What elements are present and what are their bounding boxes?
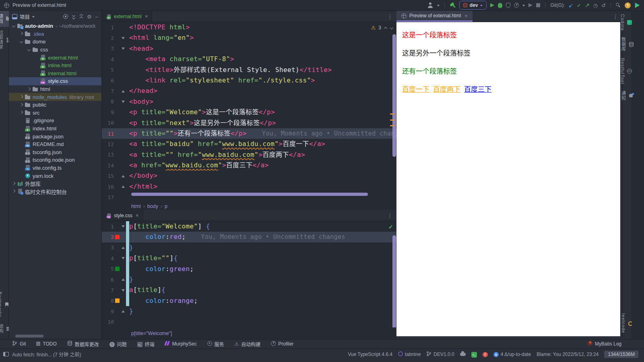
fold-up-icon[interactable] xyxy=(120,278,126,281)
run-button[interactable] xyxy=(490,3,494,7)
tree-item-html[interactable]: html xyxy=(9,85,101,93)
memory-indicator[interactable]: 1344/1536M xyxy=(604,351,638,358)
chevron-right-icon[interactable] xyxy=(19,94,25,100)
code-line[interactable]: 16</html> xyxy=(102,181,397,192)
css-code-editor[interactable]: 1p[title="Welcome"] {2 color:red;You, Mo… xyxy=(102,221,397,327)
error-stripe-mark[interactable] xyxy=(390,125,395,126)
color-swatch[interactable] xyxy=(115,298,120,303)
code-line[interactable]: 3<head> xyxy=(102,43,397,54)
tree-item-.gitignore[interactable]: .gitignore xyxy=(9,117,101,125)
html-editor-vertical-scrollbar[interactable] xyxy=(392,34,396,157)
code-line[interactable]: 5 color:green; xyxy=(102,264,397,274)
chevron-down-icon[interactable] xyxy=(19,39,25,45)
preview-link[interactable]: 百度三下 xyxy=(464,85,491,93)
code-line[interactable]: 15</body> xyxy=(102,171,397,181)
editor-options-icon[interactable]: ⋮ xyxy=(387,212,393,219)
profiler-caret-icon[interactable] xyxy=(522,5,525,8)
preview-link[interactable]: 百度两下 xyxy=(433,85,460,93)
breadcrumb-item[interactable]: p xyxy=(165,204,167,209)
fold-marker[interactable] xyxy=(122,278,125,281)
tree-item-README.md[interactable]: README.md xyxy=(9,140,101,148)
chevron-right-icon[interactable] xyxy=(11,189,17,194)
code-line[interactable]: 6} xyxy=(102,274,397,285)
css-editor-vertical-scrollbar[interactable] xyxy=(392,235,396,334)
tree-item-.idea[interactable]: .idea xyxy=(9,30,101,38)
color-swatch[interactable] xyxy=(115,235,120,239)
fold-up-icon[interactable] xyxy=(120,185,126,188)
debug-button[interactable] xyxy=(498,3,502,8)
fold-down-icon[interactable] xyxy=(120,289,126,292)
chevron-down-icon[interactable] xyxy=(11,23,17,29)
fold-marker[interactable] xyxy=(122,90,125,93)
code-line[interactable]: 13<a title="" href="www.baidu.com">百度两下<… xyxy=(102,150,397,160)
tab-preview[interactable]: Preview of external.html × xyxy=(396,11,473,22)
code-line[interactable]: 7a[title]{ xyxy=(102,285,397,295)
fold-marker[interactable] xyxy=(122,175,125,177)
fold-up-icon[interactable] xyxy=(120,90,126,93)
code-line[interactable]: 6 <link rel="stylesheet" href="./style.c… xyxy=(102,75,397,86)
code-line[interactable]: 1<!DOCTYPE html> xyxy=(102,22,397,33)
tool-window-button-MurphySec[interactable]: MurphySec xyxy=(165,341,197,347)
stripe-item-Bookmarks[interactable]: Bookmarks xyxy=(0,288,9,321)
error-status-indicator[interactable]: ! xyxy=(483,351,488,357)
code-line[interactable]: 12<a title="baidu" href="www.baidu.com">… xyxy=(102,139,397,149)
tool-window-button-服务[interactable]: 服务 xyxy=(207,341,224,348)
code-line[interactable]: 10<p title="next">这是另外一个段落标签</p> xyxy=(102,118,397,128)
fold-down-icon[interactable] xyxy=(120,37,126,39)
fold-up-icon[interactable] xyxy=(120,175,126,177)
rerun-button[interactable] xyxy=(528,3,533,7)
project-view-caret-icon[interactable] xyxy=(32,16,35,19)
project-horizontal-scrollbar[interactable] xyxy=(15,335,43,337)
code-line[interactable]: 3} xyxy=(102,243,397,253)
code-line[interactable]: 4p[title=""]{ xyxy=(102,253,397,263)
blame-indicator[interactable]: Blame: You 2022/5/12, 23:24 xyxy=(537,352,599,357)
chevron-right-icon[interactable] xyxy=(19,102,25,108)
tree-item-node_modules[interactable]: node_moduleslibrary root xyxy=(9,93,101,101)
search-everywhere-button[interactable] xyxy=(616,3,621,8)
fold-marker[interactable] xyxy=(122,225,125,228)
close-tab-icon[interactable]: × xyxy=(145,13,148,19)
tool-window-toggle-icon[interactable] xyxy=(3,352,9,356)
changes-indicator[interactable]: Δ4 Δ/up-to-date xyxy=(493,351,531,357)
html-code-editor[interactable]: 1<!DOCTYPE html>2<html lang="en">3<head>… xyxy=(102,22,397,203)
tree-item-external.html[interactable]: external.html xyxy=(9,53,101,62)
user-menu-caret-icon[interactable] xyxy=(437,5,440,8)
fold-marker[interactable] xyxy=(122,310,125,313)
tree-item-inline.html[interactable]: inline.html xyxy=(9,62,101,70)
tree-item-package.json[interactable]: package.json xyxy=(9,132,101,140)
close-tab-icon[interactable]: × xyxy=(136,212,139,218)
tool-window-button-问题[interactable]: !问题 xyxy=(109,341,127,348)
coverage-button[interactable] xyxy=(506,3,510,8)
fold-down-icon[interactable] xyxy=(120,257,126,259)
tree-item-style.css[interactable]: style.css xyxy=(9,77,101,85)
tree-item-vite.config.ts[interactable]: vite.config.ts xyxy=(9,164,101,172)
update-available-icon[interactable]: ↑ xyxy=(625,2,631,8)
git-push-button[interactable]: ↗ xyxy=(585,2,590,8)
stripe-item-数据库[interactable]: 数据库 xyxy=(620,34,634,55)
code-line[interactable]: 8 color:orange; xyxy=(102,296,397,306)
tab-style-css[interactable]: style.css × xyxy=(102,210,143,221)
expand-all-button[interactable] xyxy=(72,14,76,19)
stop-button[interactable] xyxy=(536,3,540,7)
tool-window-button-自动构建[interactable]: ⚠自动构建 xyxy=(235,341,261,348)
fold-marker[interactable] xyxy=(122,247,125,249)
fold-marker[interactable] xyxy=(122,289,125,292)
tree-item-css[interactable]: css xyxy=(9,46,101,54)
error-stripe-mark[interactable] xyxy=(390,113,395,115)
preview-options-icon[interactable]: ⋮ xyxy=(613,13,618,20)
project-settings-button[interactable]: ⚙ xyxy=(87,14,92,19)
stripe-item-通知[interactable]: 通知 xyxy=(620,88,634,104)
tool-window-button-Git[interactable]: Git xyxy=(12,341,26,347)
code-line[interactable]: 9<p title="Welcome">这是一个段落标签</p> xyxy=(102,107,397,117)
prev-problem-icon[interactable] xyxy=(384,26,387,29)
chevron-down-icon[interactable] xyxy=(27,47,32,53)
breadcrumb-item[interactable]: body xyxy=(147,204,158,209)
chevron-right-icon[interactable] xyxy=(27,86,32,92)
code-line[interactable]: 2 color:red;You, Moments ago • Uncommitt… xyxy=(102,232,397,242)
code-line[interactable]: 14<a href="www.baidu.com">百度三下</a> xyxy=(102,160,397,171)
css-breadcrumb-item[interactable]: p[title="Welcome"] xyxy=(131,331,172,336)
git-history-button[interactable]: ◷ xyxy=(593,3,598,8)
tool-window-button-数据库更改[interactable]: 数据库更改 xyxy=(67,341,99,348)
code-line[interactable]: 4 <meta charset="UTF-8"> xyxy=(102,54,397,64)
stripe-item-leetcode[interactable]: leetcode xyxy=(621,310,633,337)
